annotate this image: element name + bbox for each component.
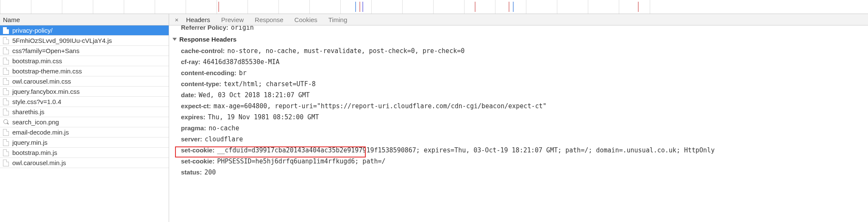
- file-icon: [3, 88, 9, 95]
- tab-response[interactable]: Response: [255, 16, 284, 23]
- section-title: Response Headers: [179, 36, 236, 43]
- file-icon: [3, 129, 9, 136]
- timeline-bar: [359, 2, 360, 12]
- header-row: date:Wed, 03 Oct 2018 18:21:07 GMT: [169, 90, 868, 101]
- timeline-tick: [62, 0, 62, 14]
- header-value: Wed, 03 Oct 2018 18:21:07 GMT: [199, 91, 310, 99]
- request-sidebar: Name privacy-policy/5FmhiOzSLvvd_909IUu-…: [0, 14, 169, 222]
- header-key: date:: [181, 91, 196, 99]
- request-row-label: jquery.min.js: [12, 139, 47, 146]
- timeline-tick: [217, 0, 217, 14]
- file-icon: [3, 149, 9, 156]
- timeline-strip[interactable]: [0, 0, 868, 14]
- request-row[interactable]: jquery.fancybox.min.css: [0, 87, 169, 97]
- disclosure-triangle-icon: [172, 38, 177, 41]
- request-row[interactable]: owl.carousel.min.js: [0, 158, 169, 168]
- header-row: Referrer Policy: origin: [169, 25, 868, 33]
- tab-headers[interactable]: Headers: [186, 16, 210, 23]
- file-icon: [3, 98, 9, 105]
- request-row-label: jquery.fancybox.min.css: [12, 88, 80, 95]
- header-key: set-cookie:: [181, 157, 214, 166]
- timeline-tick: [619, 0, 619, 14]
- timeline-bar: [638, 2, 639, 12]
- header-value: cloudflare: [205, 135, 243, 143]
- timeline-bar: [362, 2, 363, 12]
- request-row[interactable]: 5FmhiOzSLvvd_909IUu-cVLjaY4.js: [0, 36, 169, 46]
- timeline-tick: [278, 0, 279, 14]
- request-row-label: bootstrap-theme.min.css: [12, 67, 82, 75]
- timeline-tick: [588, 0, 588, 14]
- header-value: Thu, 19 Nov 1981 08:52:00 GMT: [208, 113, 319, 121]
- header-value: no-cache: [209, 124, 239, 132]
- request-row-label: search_icon.png: [12, 118, 59, 126]
- header-key: expect-ct:: [181, 102, 211, 110]
- tab-preview[interactable]: Preview: [221, 16, 244, 23]
- request-row-label: 5FmhiOzSLvvd_909IUu-cVLjaY4.js: [12, 37, 112, 44]
- header-row: expires:Thu, 19 Nov 1981 08:52:00 GMT: [169, 112, 868, 123]
- header-value: __cfduid=d39917cba20143a404ac35b2e919791…: [217, 146, 715, 155]
- file-icon: [3, 139, 9, 146]
- request-row[interactable]: bootstrap.min.js: [0, 148, 169, 158]
- timeline-tick: [402, 0, 403, 14]
- request-row-label: email-decode.min.js: [12, 129, 69, 136]
- timeline-bar: [513, 2, 514, 12]
- request-list: privacy-policy/5FmhiOzSLvvd_909IUu-cVLja…: [0, 25, 169, 222]
- request-row[interactable]: owl.carousel.min.css: [0, 76, 169, 87]
- header-row: content-encoding:br: [169, 67, 868, 79]
- timeline-tick: [248, 0, 248, 14]
- request-row-label: bootstrap.min.js: [12, 149, 57, 156]
- file-icon: [3, 48, 9, 54]
- details-tabs: × HeadersPreviewResponseCookiesTiming: [169, 14, 868, 25]
- header-row: status:200: [169, 167, 868, 178]
- request-row[interactable]: jquery.min.js: [0, 138, 169, 148]
- request-row[interactable]: css?family=Open+Sans: [0, 46, 169, 56]
- timeline-bar: [355, 2, 356, 12]
- timeline-tick: [124, 0, 124, 14]
- header-row: cf-ray:46416d387d85530e-MIA: [169, 56, 868, 67]
- timeline-tick: [340, 0, 341, 14]
- header-value: max-age=604800, report-uri="https://repo…: [214, 102, 547, 110]
- sidebar-header-name[interactable]: Name: [0, 14, 169, 25]
- tab-cookies[interactable]: Cookies: [295, 16, 317, 23]
- header-value: 200: [204, 168, 216, 177]
- timeline-tick: [650, 0, 650, 14]
- header-row: content-type:text/html; charset=UTF-8: [169, 79, 868, 90]
- header-row: server:cloudflare: [169, 134, 868, 145]
- file-icon: [3, 68, 9, 75]
- timeline-tick: [0, 0, 0, 14]
- header-row: set-cookie:PHPSESSID=he5hj6drfq6uanp1im4…: [169, 156, 868, 167]
- timeline-tick: [155, 0, 155, 14]
- request-row-label: bootstrap.min.css: [12, 57, 62, 65]
- request-row-label: style.css?v=1.0.4: [12, 98, 61, 105]
- headers-pane: Referrer Policy: origin Response Headers…: [169, 25, 868, 222]
- request-row[interactable]: privacy-policy/: [0, 25, 169, 36]
- header-key: server:: [181, 135, 202, 143]
- timeline-tick: [526, 0, 526, 14]
- file-icon: [3, 58, 9, 65]
- request-row[interactable]: bootstrap-theme.min.css: [0, 66, 169, 76]
- request-row[interactable]: email-decode.min.js: [0, 127, 169, 138]
- file-icon: [3, 37, 9, 44]
- header-key: pragma:: [181, 124, 206, 132]
- details-panel: × HeadersPreviewResponseCookiesTiming Re…: [169, 14, 868, 222]
- request-row-label: owl.carousel.min.js: [12, 159, 66, 166]
- request-row[interactable]: bootstrap.min.css: [0, 56, 169, 66]
- close-icon[interactable]: ×: [173, 16, 180, 23]
- request-row[interactable]: sharethis.js: [0, 107, 169, 117]
- file-icon: [3, 109, 9, 115]
- timeline-tick: [557, 0, 557, 14]
- timeline-tick: [464, 0, 465, 14]
- header-key: content-type:: [181, 80, 221, 88]
- header-row: cache-control:no-store, no-cache, must-r…: [169, 45, 868, 56]
- image-icon: [3, 119, 9, 126]
- timeline-tick: [186, 0, 186, 14]
- header-key: cf-ray:: [181, 58, 200, 66]
- header-value: PHPSESSID=he5hj6drfq6uanp1im4rfkugd6; pa…: [217, 157, 385, 166]
- timeline-tick: [31, 0, 31, 14]
- header-value: no-store, no-cache, must-revalidate, pos…: [227, 47, 465, 55]
- tab-timing[interactable]: Timing: [328, 16, 347, 23]
- header-row: expect-ct:max-age=604800, report-uri="ht…: [169, 101, 868, 112]
- request-row[interactable]: search_icon.png: [0, 117, 169, 127]
- request-row[interactable]: style.css?v=1.0.4: [0, 97, 169, 107]
- response-headers-section[interactable]: Response Headers: [169, 33, 868, 45]
